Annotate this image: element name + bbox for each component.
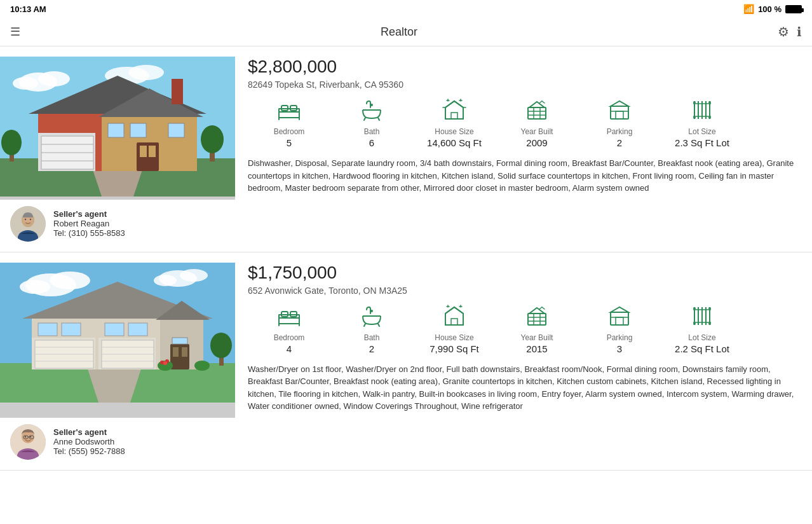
svg-rect-101: [182, 347, 187, 357]
svg-point-79: [20, 280, 50, 294]
svg-point-3: [13, 77, 38, 90]
yearbuilt-value-1: 2009: [526, 137, 547, 148]
svg-rect-39: [451, 113, 457, 119]
svg-marker-38: [445, 101, 463, 119]
housesize-value-1: 14,600 Sq Ft: [427, 137, 482, 148]
svg-point-5: [128, 65, 164, 80]
listing-description-1: Dishwasher, Disposal, Separate laundry r…: [248, 157, 799, 200]
feature-bath-1: Bath 6: [330, 99, 413, 148]
settings-icon[interactable]: ⚙: [778, 24, 789, 39]
svg-rect-104: [62, 323, 81, 336]
svg-marker-131: [529, 308, 545, 314]
svg-rect-46: [528, 107, 546, 119]
bath-value-1: 6: [369, 137, 374, 148]
feature-housesize-2: House Size 7,990 Sq Ft: [413, 305, 496, 354]
listing-details-1: $2,800,000 82649 Topeka St, Riverbank, C…: [235, 57, 812, 200]
features-row-2: Bedroom 4: [248, 305, 799, 354]
housesize-label-1: House Size: [435, 127, 473, 136]
info-icon[interactable]: ℹ: [797, 24, 802, 39]
bedroom-value-1: 5: [287, 137, 292, 148]
svg-point-75: [30, 218, 31, 219]
lotsize-icon: [689, 99, 715, 125]
listing-main: $2,800,000 82649 Topeka St, Riverbank, C…: [0, 57, 812, 200]
wifi-icon: 📶: [743, 4, 754, 14]
svg-rect-20: [108, 123, 124, 137]
bedroom-label-2: Bedroom: [274, 333, 305, 342]
listing-address-1: 82649 Topeka St, Riverbank, CA 95360: [248, 79, 799, 90]
yearbuilt-icon: [524, 99, 550, 125]
svg-marker-139: [611, 307, 628, 312]
svg-point-82: [154, 275, 177, 286]
bedroom-value-2: 4: [287, 343, 292, 354]
feature-yearbuilt-1: Year Built 2009: [496, 99, 578, 148]
housesize-label-2: House Size: [435, 333, 473, 342]
svg-line-53: [542, 101, 545, 103]
app-header: ☰ Realtor ⚙ ℹ: [0, 18, 812, 46]
parking-value-2: 3: [617, 343, 622, 354]
parking-value-1: 2: [617, 137, 622, 148]
svg-line-122: [378, 324, 379, 326]
listing-image-1: [0, 57, 235, 200]
svg-point-152: [708, 322, 711, 325]
listing-description-2: Washer/Dryer on 1st floor, Washer/Dryer …: [248, 363, 799, 418]
bedroom-icon: [276, 99, 302, 125]
header-title: Realtor: [20, 25, 778, 39]
bath-label-2: Bath: [364, 333, 380, 342]
svg-point-66: [693, 116, 696, 119]
listing-main-2: $1,750,000 652 Avonwick Gate, Toronto, O…: [0, 263, 812, 418]
battery-percent: 100 %: [758, 4, 782, 14]
svg-point-155: [25, 436, 26, 437]
listing-card-2: $1,750,000 652 Avonwick Gate, Toronto, O…: [0, 252, 812, 471]
bath-label-1: Bath: [364, 127, 380, 136]
parking-label-2: Parking: [607, 333, 633, 342]
listing-image-2: [0, 263, 235, 418]
agent-info-2: Seller's agent Anne Dodsworth Tel: (555)…: [53, 427, 125, 456]
listing-card: $2,800,000 82649 Topeka St, Riverbank, C…: [0, 46, 812, 252]
listing-price-1: $2,800,000: [248, 57, 799, 77]
svg-rect-22: [168, 123, 184, 137]
feature-bath-2: Bath 2: [330, 305, 413, 354]
agent-tel-1: Tel: (310) 555-8583: [53, 228, 125, 238]
listings-container: $2,800,000 82649 Topeka St, Riverbank, C…: [0, 46, 812, 471]
svg-rect-106: [128, 323, 147, 336]
bath-icon-2: [359, 305, 384, 331]
feature-parking-2: Parking 3: [578, 305, 661, 354]
agent-avatar-1: [10, 206, 46, 242]
bedroom-label-1: Bedroom: [274, 127, 305, 136]
svg-rect-54: [611, 106, 628, 119]
bath-value-2: 2: [369, 343, 374, 354]
agent-info-1: Seller's agent Robert Reagan Tel: (310) …: [53, 209, 125, 238]
listing-details-2: $1,750,000 652 Avonwick Gate, Toronto, O…: [235, 263, 812, 418]
agent-title-2: Seller's agent: [53, 427, 125, 437]
svg-point-2: [38, 71, 70, 86]
feature-yearbuilt-2: Year Built 2015: [496, 305, 578, 354]
feature-lotsize-2: Lot Size 2.2 Sq Ft Lot: [661, 305, 743, 354]
feature-housesize-1: House Size 14,600 Sq Ft: [413, 99, 496, 148]
svg-line-137: [542, 307, 545, 309]
menu-icon[interactable]: ☰: [10, 25, 20, 39]
svg-point-151: [708, 307, 711, 310]
agent-title-1: Seller's agent: [53, 209, 125, 219]
agent-row-1: Seller's agent Robert Reagan Tel: (310) …: [0, 200, 812, 242]
svg-point-74: [25, 218, 26, 219]
svg-point-37: [370, 104, 373, 106]
agent-avatar-2: [10, 424, 46, 460]
svg-rect-105: [105, 323, 124, 336]
svg-line-35: [364, 118, 365, 120]
svg-rect-138: [611, 312, 628, 325]
agent-tel-2: Tel: (555) 952-7888: [53, 446, 125, 456]
feature-parking-1: Parking 2: [578, 99, 661, 148]
svg-line-121: [364, 324, 365, 326]
yearbuilt-label-2: Year Built: [521, 333, 553, 342]
svg-point-65: [693, 101, 696, 104]
svg-rect-18: [140, 146, 147, 157]
battery-icon: [785, 5, 802, 13]
listing-price-2: $1,750,000: [248, 263, 799, 283]
svg-point-113: [210, 333, 232, 358]
agent-name-2: Anne Dodsworth: [53, 437, 125, 446]
svg-rect-102: [172, 338, 187, 344]
svg-point-111: [163, 361, 167, 365]
svg-rect-21: [130, 123, 146, 137]
feature-lotsize-1: Lot Size 2.3 Sq Ft Lot: [661, 99, 743, 148]
svg-point-27: [1, 130, 22, 155]
